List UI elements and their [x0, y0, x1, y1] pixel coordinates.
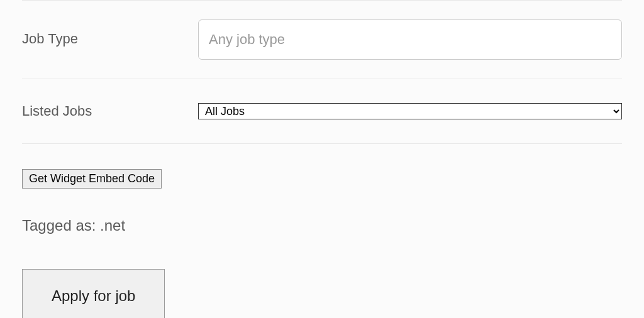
listed-jobs-label: Listed Jobs	[22, 103, 198, 119]
job-type-input[interactable]	[198, 19, 622, 60]
job-type-label: Job Type	[22, 19, 198, 47]
tagged-as-text: Tagged as: .net	[22, 217, 622, 234]
listed-jobs-select[interactable]: All Jobs	[198, 103, 622, 119]
apply-for-job-button[interactable]: Apply for job	[22, 269, 165, 318]
job-type-row: Job Type	[22, 1, 622, 79]
get-widget-button[interactable]: Get Widget Embed Code	[22, 169, 162, 189]
listed-jobs-row: Listed Jobs All Jobs	[22, 79, 622, 143]
